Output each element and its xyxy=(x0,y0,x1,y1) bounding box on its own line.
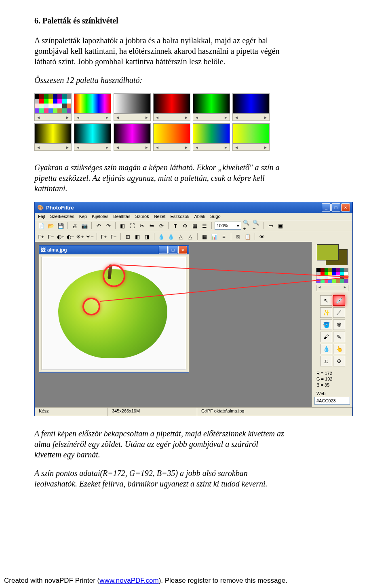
redo-icon[interactable]: ↷ xyxy=(104,222,112,230)
arrow-left-icon[interactable]: ◄ xyxy=(193,145,200,150)
resize-icon[interactable]: ⛶ xyxy=(128,222,136,230)
arrow-left-icon[interactable]: ◄ xyxy=(154,115,161,120)
contrast-minus-icon[interactable]: ◐− xyxy=(66,233,74,241)
undo-icon[interactable]: ↶ xyxy=(95,222,103,230)
menu-edit[interactable]: Szerkesztés xyxy=(50,214,74,219)
palette-scrollbar[interactable]: ◄► xyxy=(74,114,111,121)
palette-scrollbar[interactable]: ◄► xyxy=(232,114,270,121)
new-icon[interactable]: 📄 xyxy=(37,222,45,230)
brush-tool[interactable]: 🖌 xyxy=(320,332,332,342)
arrow-right-icon[interactable]: ► xyxy=(342,285,348,291)
browse-icon[interactable]: ▦ xyxy=(191,222,199,230)
levels-icon[interactable]: ≡ xyxy=(220,233,228,241)
eye-icon[interactable]: 👁 xyxy=(258,233,266,241)
palette-scrollbar[interactable]: ◄► xyxy=(114,144,151,151)
open-icon[interactable]: 📂 xyxy=(47,222,55,230)
rgb-icon[interactable]: ◧ xyxy=(118,222,127,230)
scan-icon[interactable]: 📷 xyxy=(80,222,89,230)
gamma-plus-icon[interactable]: Γ+ xyxy=(37,233,45,241)
palette-scrollbar[interactable]: ◄► xyxy=(114,114,151,121)
blur-tool[interactable]: 💧 xyxy=(320,344,332,354)
menu-tools[interactable]: Eszközök xyxy=(170,214,189,219)
spray-tool[interactable]: ✾ xyxy=(333,319,345,330)
arrow-right-icon[interactable]: ► xyxy=(143,115,150,120)
contrast-plus-icon[interactable]: ◐+ xyxy=(57,233,65,241)
arrow-left-icon[interactable]: ◄ xyxy=(35,145,42,150)
arrow-right-icon[interactable]: ► xyxy=(262,115,269,120)
wand-tool[interactable]: ✨ xyxy=(320,307,332,318)
arrow-left-icon[interactable]: ◄ xyxy=(114,145,121,150)
arrow-left-icon[interactable]: ◄ xyxy=(233,145,240,150)
arrow-left-icon[interactable]: ◄ xyxy=(74,145,82,150)
arrow-right-icon[interactable]: ► xyxy=(143,145,150,150)
zoom-out-icon[interactable]: 🔍− xyxy=(253,222,261,230)
close-button[interactable]: × xyxy=(341,203,350,212)
palette-scrollbar[interactable]: ◄► xyxy=(74,144,111,151)
palette-scrollbar[interactable]: ◄► xyxy=(193,144,230,151)
arrow-right-icon[interactable]: ► xyxy=(222,145,230,150)
fg-bg-colors[interactable] xyxy=(317,244,348,265)
doc-close-button[interactable]: × xyxy=(178,246,187,254)
brightness-plus-icon[interactable]: ☀+ xyxy=(76,233,84,241)
gamma-minus-icon[interactable]: Γ− xyxy=(47,233,55,241)
brightness-minus-icon[interactable]: ☀− xyxy=(86,233,94,241)
grayscale-icon[interactable]: ◧ xyxy=(133,233,141,241)
crop-icon[interactable]: ✂ xyxy=(138,222,146,230)
novapdf-link[interactable]: www.novaPDF.com xyxy=(99,577,158,584)
menu-view[interactable]: Nézet xyxy=(154,214,166,219)
arrow-left-icon[interactable]: ◄ xyxy=(316,285,323,291)
arrow-left-icon[interactable]: ◄ xyxy=(233,115,240,120)
menu-help[interactable]: Súgó xyxy=(210,214,221,219)
palette-scrollbar[interactable]: ◄► xyxy=(34,114,72,121)
menu-window[interactable]: Ablak xyxy=(194,214,205,219)
palette-scrollbar[interactable]: ◄► xyxy=(232,144,270,151)
menu-file[interactable]: Fájl xyxy=(38,214,45,219)
fit-icon[interactable]: ▭ xyxy=(267,222,275,230)
pen-tool[interactable]: ✎ xyxy=(333,332,345,342)
web-color-field[interactable]: #ACC023 xyxy=(314,397,350,405)
palette-scrollbar[interactable]: ◄► xyxy=(153,114,190,121)
save-icon[interactable]: 💾 xyxy=(57,222,65,230)
drop2-icon[interactable]: 💧 xyxy=(167,233,175,241)
menu-image[interactable]: Kép xyxy=(79,214,87,219)
doc-maximize-button[interactable]: □ xyxy=(169,246,177,254)
mini-palette-scrollbar[interactable]: ◄► xyxy=(316,285,348,291)
sharpen-icon[interactable]: △ xyxy=(177,233,185,241)
smudge-tool[interactable]: 👆 xyxy=(333,344,345,354)
automate-icon[interactable]: ⚙ xyxy=(181,222,189,230)
menu-selection[interactable]: Kijelölés xyxy=(92,214,108,219)
foreground-color-swatch[interactable] xyxy=(317,244,339,260)
doc-minimize-button[interactable]: _ xyxy=(159,246,168,254)
paste-icon[interactable]: 📋 xyxy=(244,233,252,241)
line-tool[interactable]: ／ xyxy=(333,307,345,318)
sepia-icon[interactable]: ◨ xyxy=(143,233,151,241)
arrow-left-icon[interactable]: ◄ xyxy=(193,115,200,120)
arrow-right-icon[interactable]: ► xyxy=(262,145,269,150)
grid-icon[interactable]: ⊞ xyxy=(124,233,132,241)
arrow-right-icon[interactable]: ► xyxy=(222,115,230,120)
menu-filters[interactable]: Szűrők xyxy=(135,214,149,219)
arrow-left-icon[interactable]: ◄ xyxy=(35,115,42,120)
drop1-icon[interactable]: 💧 xyxy=(157,233,165,241)
arrow-right-icon[interactable]: ► xyxy=(103,115,111,120)
gamma2-plus-icon[interactable]: Γ+ xyxy=(100,233,108,241)
arrow-right-icon[interactable]: ► xyxy=(183,145,190,150)
palette-scrollbar[interactable]: ◄► xyxy=(153,144,190,151)
print-icon[interactable]: 🖨 xyxy=(71,222,79,230)
move-tool[interactable]: ✥ xyxy=(333,356,345,366)
arrow-right-icon[interactable]: ► xyxy=(64,115,71,120)
arrow-left-icon[interactable]: ◄ xyxy=(74,115,82,120)
effects-icon[interactable]: ▦ xyxy=(200,233,209,241)
layers-icon[interactable]: ☰ xyxy=(200,222,209,230)
text-icon[interactable]: T xyxy=(171,222,179,230)
maximize-button[interactable]: □ xyxy=(331,203,340,212)
arrow-left-icon[interactable]: ◄ xyxy=(114,115,121,120)
rotate-icon[interactable]: ⟳ xyxy=(157,222,165,230)
pipette-tool[interactable]: 💉 xyxy=(333,295,345,306)
arrow-right-icon[interactable]: ► xyxy=(64,145,71,150)
fill-tool[interactable]: 🪣 xyxy=(320,319,332,330)
copy-icon[interactable]: ⎘ xyxy=(234,233,242,241)
pointer-tool[interactable]: ↖ xyxy=(320,295,332,306)
arrow-left-icon[interactable]: ◄ xyxy=(154,145,161,150)
palette-scrollbar[interactable]: ◄► xyxy=(34,144,72,151)
